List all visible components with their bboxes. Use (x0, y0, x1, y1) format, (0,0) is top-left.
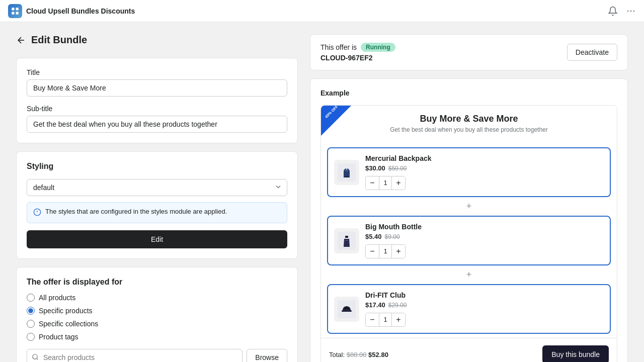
app-icon (8, 4, 22, 18)
status-code: CLOUD-967EF2 (320, 54, 395, 62)
right-panel: This offer is Running CLOUD-967EF2 Deact… (310, 34, 628, 362)
left-panel: Edit Bundle Title Sub-title Styling defa… (16, 34, 298, 362)
price-new-backpack: $30.00 (365, 164, 385, 172)
product-item-bottle: Big Mouth Bottle $5.40 $9.00 − 1 + (327, 216, 611, 265)
status-info: This offer is Running CLOUD-967EF2 (320, 43, 395, 62)
product-image-bottle (334, 228, 359, 253)
buy-bundle-button[interactable]: Buy this bundle (542, 345, 609, 362)
page-header: Edit Bundle (16, 34, 298, 46)
title-input[interactable] (27, 79, 287, 97)
svg-rect-18 (345, 240, 348, 241)
styling-select[interactable]: default minimal modern (27, 179, 287, 196)
price-old-cap: $29.00 (388, 302, 407, 309)
bundle-subtitle: Get the best deal when you buy all these… (331, 126, 607, 133)
radio-specific-collections-label: Specific collections (39, 320, 98, 328)
deactivate-button[interactable]: Deactivate (567, 44, 617, 61)
svg-rect-21 (343, 310, 351, 311)
more-options-icon[interactable] (626, 6, 636, 16)
product-info-cap: Dri-FIT Club $17.40 $29.00 − 1 + (365, 291, 604, 327)
radio-product-tags-label: Product tags (39, 333, 78, 341)
svg-rect-2 (12, 12, 14, 14)
qty-decrease-cap[interactable]: − (366, 313, 379, 326)
radio-specific-collections-input[interactable] (27, 320, 35, 328)
product-name-cap: Dri-FIT Club (365, 291, 604, 299)
svg-rect-3 (16, 12, 19, 14)
search-row: Browse (27, 349, 287, 362)
discount-badge-icon: 40% OFF (321, 106, 351, 136)
price-new-cap: $17.40 (365, 301, 385, 309)
radio-product-tags-input[interactable] (27, 333, 35, 341)
subtitle-input[interactable] (27, 116, 287, 133)
price-old-bottle: $9.00 (385, 233, 400, 240)
radio-specific-products-input[interactable] (27, 307, 35, 315)
product-prices-bottle: $5.40 $9.00 (365, 233, 604, 240)
product-name-bottle: Big Mouth Bottle (365, 223, 604, 231)
svg-rect-17 (345, 236, 348, 238)
search-input[interactable] (27, 349, 243, 362)
bundle-preview: 40% OFF Buy More & Save More Get the bes… (320, 105, 617, 362)
app-name: Cloud Upsell Bundles Discounts (26, 7, 135, 15)
qty-control-backpack: − 1 + (365, 176, 406, 190)
bundle-footer: Total: $88.00 $52.80 Buy this bundle (321, 338, 617, 362)
topbar-right (608, 6, 636, 16)
svg-rect-0 (12, 8, 14, 10)
svg-point-10 (33, 354, 37, 358)
product-info-backpack: Mercurial Backpack $30.00 $50.00 − 1 + (365, 154, 604, 190)
product-image-cap (334, 297, 359, 322)
edit-button[interactable]: Edit (27, 230, 287, 248)
qty-control-bottle: − 1 + (365, 244, 406, 258)
notification-icon[interactable] (608, 6, 618, 16)
qty-value-backpack: 1 (379, 176, 392, 190)
page-title: Edit Bundle (31, 34, 87, 46)
radio-all-products-input[interactable] (27, 294, 35, 302)
radio-all-products-label: All products (39, 294, 75, 302)
bundle-title: Buy More & Save More (331, 114, 607, 124)
radio-all-products[interactable]: All products (27, 294, 287, 302)
info-banner: The styles that are configured in the st… (27, 202, 287, 223)
info-banner-text: The styles that are configured in the st… (45, 208, 227, 215)
title-label: Title (27, 68, 287, 76)
search-icon (32, 353, 39, 362)
example-label: Example (320, 89, 617, 97)
qty-control-cap: − 1 + (365, 313, 406, 327)
status-badge: Running (361, 43, 395, 52)
product-prices-cap: $17.40 $29.00 (365, 301, 604, 309)
offer-display-card: The offer is displayed for All products … (16, 267, 298, 362)
product-name-backpack: Mercurial Backpack (365, 154, 604, 162)
qty-decrease-bottle[interactable]: − (366, 245, 379, 258)
total-text: Total: $88.00 $52.80 (329, 351, 388, 358)
product-item-cap: Dri-FIT Club $17.40 $29.00 − 1 + (327, 284, 611, 334)
subtitle-label: Sub-title (27, 105, 287, 113)
back-button[interactable] (16, 35, 26, 45)
qty-increase-cap[interactable]: + (392, 313, 405, 326)
product-prices-backpack: $30.00 $50.00 (365, 164, 604, 172)
price-old-backpack: $50.00 (388, 165, 407, 172)
offer-is-text: This offer is (320, 43, 357, 51)
total-label: Total: (329, 351, 345, 358)
svg-point-6 (633, 10, 635, 12)
radio-product-tags[interactable]: Product tags (27, 333, 287, 341)
qty-increase-backpack[interactable]: + (392, 176, 405, 190)
qty-decrease-backpack[interactable]: − (366, 176, 379, 190)
status-row: This offer is Running (320, 43, 395, 52)
qty-increase-bottle[interactable]: + (392, 245, 405, 258)
product-image-backpack (334, 160, 359, 185)
product-info-bottle: Big Mouth Bottle $5.40 $9.00 − 1 + (365, 223, 604, 258)
main-container: Edit Bundle Title Sub-title Styling defa… (0, 22, 644, 362)
total-old-price: $88.00 (347, 351, 367, 358)
svg-line-11 (37, 358, 38, 359)
title-group: Title (27, 68, 287, 97)
subtitle-group: Sub-title (27, 105, 287, 133)
svg-point-5 (630, 10, 632, 12)
radio-specific-collections[interactable]: Specific collections (27, 320, 287, 328)
plus-connector-1: + (321, 201, 617, 212)
total-new-price: $52.80 (368, 351, 388, 358)
svg-rect-1 (16, 8, 19, 10)
product-item-backpack: Mercurial Backpack $30.00 $50.00 − 1 + (327, 147, 611, 197)
price-new-bottle: $5.40 (365, 233, 382, 240)
browse-button[interactable]: Browse (247, 349, 287, 362)
radio-specific-products[interactable]: Specific products (27, 307, 287, 315)
styling-select-wrapper: default minimal modern (27, 179, 287, 196)
info-icon (33, 208, 41, 218)
svg-point-4 (627, 10, 629, 12)
